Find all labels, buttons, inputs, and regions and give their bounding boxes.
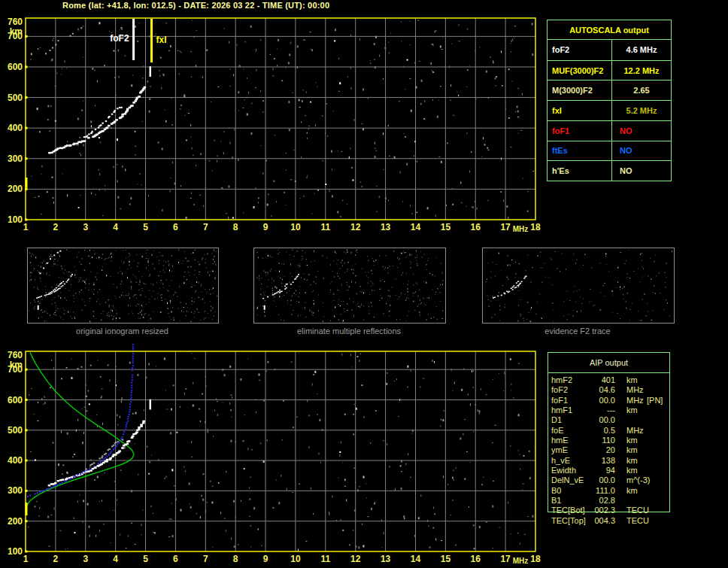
autoscala-row-ftes: ftEsNO: [548, 141, 671, 161]
y-unit-label: km: [10, 360, 23, 370]
param-value: 00.0: [584, 475, 615, 484]
second-hop-dot: [53, 254, 55, 256]
param-label: ymE: [551, 445, 568, 454]
autoscala-row-hes: h'EsNO: [548, 160, 671, 181]
second-hop-dot: [43, 268, 44, 269]
autoscala-table-header: AUTOSCALA output: [548, 20, 671, 40]
noise-layer: [29, 249, 217, 322]
x-unit-label: MHz: [513, 557, 529, 565]
x-tick-label: 8: [233, 554, 238, 564]
series-ne-profile: [26, 353, 134, 507]
aip-row-d1: D100.0: [548, 415, 681, 425]
param-label: foF2: [551, 385, 568, 394]
grid-lines: [26, 351, 535, 551]
param-unit: MHz: [626, 385, 644, 394]
param-value: 111.0: [584, 486, 615, 495]
x-tick-label: 7: [203, 554, 208, 564]
param-unit: km: [626, 445, 638, 454]
param-value: 004.3: [584, 516, 615, 525]
aip-row-fof1: foF100.0MHz[PN]: [548, 396, 681, 405]
x-axis-labels: 123456789101112131415161718MHz: [23, 554, 541, 565]
x-tick-label: 7: [203, 222, 208, 232]
axis-marker-bar: [26, 503, 28, 515]
y-tick-label: 760: [8, 17, 23, 27]
series-restored-h-f-trace: [27, 344, 134, 497]
param-unit: MHz: [626, 426, 644, 435]
param-unit: km: [626, 456, 638, 465]
aip-row-hmf1: hmF1---km: [548, 405, 681, 415]
y-tick-label: 200: [8, 184, 23, 194]
aip-row-ewidth: Ewidth94km: [548, 466, 681, 475]
autoscala-row-fof2: foF24.6 MHz: [548, 40, 671, 60]
param-label: ftEs: [548, 141, 612, 161]
param-label: M(3000)F2: [548, 80, 612, 100]
x-tick-label: 16: [471, 554, 481, 564]
param-label: hmF1: [551, 405, 572, 415]
thumbnail-caption-evidence: evidence F2 trace: [482, 327, 673, 336]
x-tick-label: 6: [173, 554, 178, 564]
aip-row-yme: ymE20km: [548, 445, 681, 455]
x-tick-label: 5: [143, 554, 148, 564]
x-tick-label: 15: [441, 222, 451, 232]
param-value: 401: [584, 375, 615, 384]
param-unit: km: [626, 405, 638, 415]
autoscala-screen: Rome (lat: +41.8, lon: 012.5) - DATE: 20…: [0, 0, 728, 568]
y-tick-label: 600: [8, 395, 23, 405]
page-title: Rome (lat: +41.8, lon: 012.5) - DATE: 20…: [62, 1, 329, 10]
axis-marker-bar: [26, 178, 28, 188]
param-value: 00.0: [584, 396, 615, 405]
x-tick-label: 3: [83, 222, 88, 232]
x-tick-label: 9: [263, 554, 268, 564]
x-tick-label: 14: [411, 222, 421, 232]
autoscala-row-m3000f2: M(3000)F22.65: [548, 80, 671, 100]
param-value: 002.3: [584, 506, 615, 515]
param-label: D1: [551, 415, 562, 424]
x-tick-label: 2: [53, 554, 59, 564]
mini-dash: [38, 305, 39, 310]
param-value: 94: [584, 466, 615, 475]
aip-row-tectop: TEC[Top]004.3TECU: [548, 516, 681, 526]
x-tick-label: 11: [320, 554, 330, 564]
param-label: foF2: [548, 40, 612, 60]
param-value: 110: [584, 436, 615, 445]
fof2-marker-line: [132, 19, 135, 60]
thumbnail-caption-original: original ionogram resized: [27, 327, 217, 336]
param-value: 2.65: [612, 80, 671, 100]
param-note: [PN]: [647, 396, 663, 405]
param-label: MUF(3000)F2: [548, 61, 612, 80]
x-tick-label: 18: [530, 222, 541, 232]
thumbnail-eliminate-reflections-image: [254, 248, 445, 323]
second-hop-dot: [59, 251, 61, 252]
param-value: ---: [584, 405, 615, 415]
x-tick-label: 8: [233, 222, 238, 232]
x-axis-labels: 123456789101112131415161718MHz: [23, 222, 541, 233]
autoscala-row-fof1: foF1NO: [548, 120, 671, 141]
x-tick-label: 13: [381, 554, 391, 564]
thumbnail-evidence-f2-trace-image: [483, 248, 674, 323]
grid-lines: [26, 18, 535, 220]
param-value: NO: [612, 161, 671, 181]
fof2-marker-label: foF2: [110, 33, 129, 44]
param-unit: MHz: [626, 396, 644, 405]
aip-row-hmf2: hmF2401km: [548, 375, 681, 385]
param-label: h'Es: [548, 161, 612, 181]
thumbnail-original-ionogram: [27, 248, 219, 323]
fxi-marker-line: [150, 19, 153, 62]
autoscala-row-fxi: fxI5.2 MHz: [548, 100, 671, 120]
param-value: 5.2 MHz: [612, 101, 671, 120]
thumbnail-eliminate-reflections: [253, 248, 446, 323]
aip-table-header: AIP output: [548, 353, 669, 373]
param-value: 20: [584, 445, 615, 454]
x-tick-label: 12: [350, 222, 361, 232]
aip-row-fof2: foF204.6MHz: [548, 385, 681, 395]
param-label: hmF2: [551, 375, 572, 384]
x-tick-label: 17: [500, 554, 511, 564]
x-tick-label: 15: [441, 554, 451, 564]
fxi-marker-label: fxI: [156, 35, 167, 45]
param-value: NO: [612, 121, 671, 141]
param-value: 12.2 MHz: [612, 61, 671, 80]
param-unit: m^(-3): [626, 475, 650, 484]
x-tick-label: 5: [143, 222, 148, 232]
param-label: B1: [551, 496, 561, 505]
param-unit: TECU: [626, 506, 649, 515]
